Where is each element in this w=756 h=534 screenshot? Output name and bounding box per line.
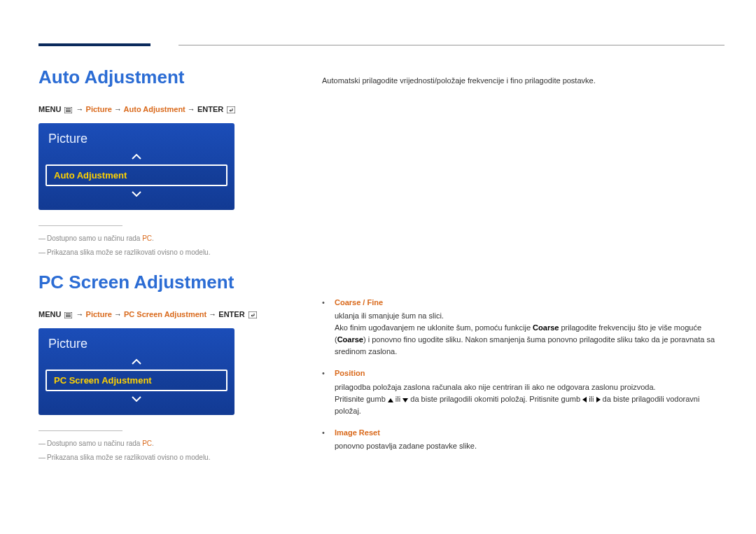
- bc-enter-label: ENTER: [197, 105, 225, 113]
- header-accent-bar: [38, 43, 150, 46]
- bc-item: PC Screen Adjustment: [124, 310, 206, 318]
- bullet-marker: •: [322, 367, 335, 417]
- svg-rect-4: [227, 106, 235, 113]
- bullet-marker: •: [322, 427, 335, 453]
- footnotes-auto: Dostupno samo u načinu rada PC. Prikazan…: [38, 225, 280, 256]
- page-body: Auto Adjustment MENU → Picture → Auto Ad…: [0, 0, 756, 468]
- left-column: Auto Adjustment MENU → Picture → Auto Ad…: [38, 66, 280, 468]
- chevron-up-icon: [46, 150, 227, 163]
- bullet-text: prilagodba položaja zaslona računala ako…: [335, 381, 724, 417]
- bc-menu-label: MENU: [38, 310, 63, 318]
- osd-panel-title: Picture: [46, 335, 227, 356]
- heading-auto-adjustment: Auto Adjustment: [38, 66, 280, 88]
- osd-panel-auto: Picture Auto Adjustment: [38, 123, 234, 210]
- menu-icon: [64, 107, 72, 113]
- bc-arrow: →: [206, 310, 218, 318]
- bc-arrow: →: [112, 310, 124, 318]
- section-pc-screen-adjustment: PC Screen Adjustment MENU → Picture → PC…: [38, 272, 280, 461]
- bullet-text: ponovno postavlja zadane postavke slike.: [335, 440, 724, 452]
- bullet-title: Position: [335, 367, 724, 379]
- enter-icon: [248, 311, 257, 318]
- bc-menu-label: MENU: [38, 105, 63, 113]
- chevron-down-icon: [46, 188, 227, 200]
- bc-item: Auto Adjustment: [124, 105, 186, 113]
- footnote-image-vary: Prikazana slika može se razlikovati ovis…: [38, 454, 280, 461]
- bullet-title: Coarse / Fine: [335, 297, 724, 309]
- bc-arrow: →: [186, 105, 197, 113]
- bullet-marker: •: [322, 297, 335, 358]
- bullet-title: Image Reset: [335, 427, 724, 439]
- osd-item-auto-adjustment[interactable]: Auto Adjustment: [46, 164, 227, 186]
- footnote-image-vary: Prikazana slika može se razlikovati ovis…: [38, 248, 280, 256]
- auto-adjustment-description: Automatski prilagodite vrijednosti/polož…: [322, 75, 724, 87]
- enter-icon: [227, 106, 235, 113]
- bullet-image-reset: • Image Reset ponovno postavlja zadane p…: [322, 427, 724, 453]
- bc-arrow: →: [112, 105, 124, 113]
- footnote-pc-only: Dostupno samo u načinu rada PC.: [38, 234, 280, 242]
- chevron-down-icon: [46, 393, 227, 405]
- bc-arrow: →: [74, 310, 85, 318]
- bullet-coarse-fine: • Coarse / Fine uklanja ili smanjuje šum…: [322, 297, 724, 358]
- chevron-up-icon: [46, 356, 227, 368]
- right-column: Automatski prilagodite vrijednosti/polož…: [322, 66, 724, 468]
- osd-panel-pc: Picture PC Screen Adjustment: [38, 328, 234, 415]
- pc-adjustment-bullets: • Coarse / Fine uklanja ili smanjuje šum…: [322, 297, 724, 453]
- triangle-up-icon: [388, 398, 393, 402]
- section-auto-adjustment: Auto Adjustment MENU → Picture → Auto Ad…: [38, 66, 280, 256]
- bc-enter-label: ENTER: [218, 310, 246, 318]
- footnote-pc-only: Dostupno samo u načinu rada PC.: [38, 440, 280, 447]
- menu-icon: [64, 312, 72, 318]
- footnote-rule: [38, 225, 122, 226]
- header-rule: [178, 45, 724, 45]
- footnotes-pc: Dostupno samo u načinu rada PC. Prikazan…: [38, 430, 280, 461]
- bullet-position: • Position prilagodba položaja zaslona r…: [322, 367, 724, 417]
- bc-picture: Picture: [86, 105, 112, 113]
- bc-picture: Picture: [86, 310, 112, 318]
- breadcrumb-pc: MENU → Picture → PC Screen Adjustment → …: [38, 310, 280, 318]
- osd-item-pc-screen-adjustment[interactable]: PC Screen Adjustment: [46, 370, 227, 391]
- bullet-text: uklanja ili smanjuje šum na slici. Ako f…: [335, 310, 724, 358]
- footnote-rule: [38, 430, 122, 431]
- breadcrumb-auto: MENU → Picture → Auto Adjustment → ENTER: [38, 105, 280, 113]
- heading-pc-screen-adjustment: PC Screen Adjustment: [38, 272, 280, 293]
- osd-panel-title: Picture: [46, 130, 227, 150]
- bc-arrow: →: [74, 105, 85, 113]
- svg-rect-9: [248, 311, 257, 318]
